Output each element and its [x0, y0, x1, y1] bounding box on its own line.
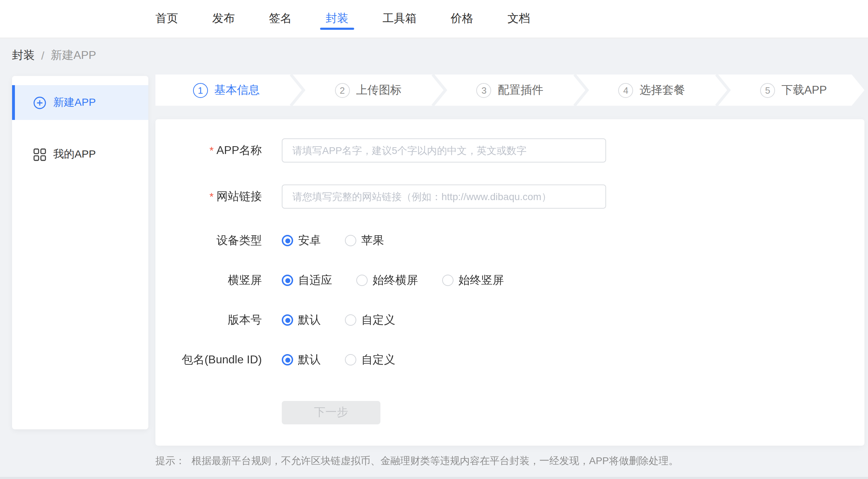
radio-option-始终竖屏[interactable]: 始终竖屏 [442, 273, 504, 288]
field-label-text: 设备类型 [216, 234, 262, 246]
radio-selected-icon [282, 354, 293, 365]
form-row-设备类型: 设备类型安卓苹果 [155, 233, 864, 248]
step-number-badge: 5 [760, 83, 775, 98]
form-row-网站链接: *网站链接 [155, 185, 864, 209]
nav-item-发布[interactable]: 发布 [212, 0, 235, 38]
field-content [282, 185, 606, 209]
form-row-APP名称: *APP名称 [155, 138, 864, 163]
field-label: *网站链接 [155, 189, 262, 204]
page: 首页发布签名封装工具箱价格文档 封装 / 新建APP 新建APP我的APP 1基… [0, 0, 868, 479]
radio-unselected-icon [345, 235, 356, 246]
radio-option-自定义[interactable]: 自定义 [345, 313, 395, 327]
radio-option-始终横屏[interactable]: 始终横屏 [356, 273, 418, 288]
tip-text: 根据最新平台规则，不允许区块链虚拟币、金融理财类等违规内容在平台封装，一经发现，… [192, 455, 679, 466]
radio-unselected-icon [345, 354, 356, 365]
form-row-版本号: 版本号默认自定义 [155, 312, 864, 328]
field-label-text: 横竖屏 [228, 274, 262, 286]
step-1: 1基本信息 [155, 75, 297, 106]
sidebar-item-新建APP[interactable]: 新建APP [12, 85, 148, 120]
sidebar: 新建APP我的APP [12, 76, 148, 429]
field-label: 包名(Bundle ID) [155, 352, 262, 367]
field-content: 安卓苹果 [282, 233, 384, 248]
radio-option-苹果[interactable]: 苹果 [345, 233, 384, 248]
radio-selected-icon [282, 235, 293, 246]
radio-selected-icon [282, 314, 293, 326]
radio-unselected-icon [356, 275, 368, 286]
form-row-包名(Bundle ID): 包名(Bundle ID)默认自定义 [155, 352, 864, 368]
field-label: *APP名称 [155, 143, 262, 158]
radio-option-label: 自适应 [298, 273, 332, 288]
step-5: 5下载APP [723, 75, 864, 106]
field-label-text: 网站链接 [216, 190, 262, 202]
nav-item-首页[interactable]: 首页 [155, 0, 178, 38]
radio-option-安卓[interactable]: 安卓 [282, 233, 321, 248]
top-header: 首页发布签名封装工具箱价格文档 [0, 0, 868, 38]
main-nav: 首页发布签名封装工具箱价格文档 [155, 0, 530, 38]
radio-unselected-icon [345, 314, 356, 326]
step-label: 上传图标 [356, 83, 401, 98]
required-asterisk-icon: * [209, 144, 214, 156]
field-label: 横竖屏 [155, 273, 262, 288]
step-3: 3配置插件 [439, 75, 581, 106]
sidebar-item-label: 我的APP [53, 148, 96, 161]
radio-option-label: 默认 [298, 352, 321, 367]
input-网站链接[interactable] [282, 185, 606, 209]
radio-option-label: 始终横屏 [373, 273, 418, 288]
nav-item-签名[interactable]: 签名 [269, 0, 292, 38]
step-label: 选择套餐 [640, 83, 685, 98]
radio-option-label: 安卓 [298, 233, 321, 248]
radio-option-默认[interactable]: 默认 [282, 352, 321, 367]
radio-unselected-icon [442, 275, 454, 286]
radio-option-label: 苹果 [361, 233, 384, 248]
sidebar-item-我的APP[interactable]: 我的APP [12, 137, 148, 172]
nav-item-价格[interactable]: 价格 [451, 0, 473, 38]
radio-option-默认[interactable]: 默认 [282, 313, 321, 327]
field-content: 默认自定义 [282, 352, 395, 367]
steps: 1基本信息2上传图标3配置插件4选择套餐5下载APP [155, 75, 864, 106]
step-number-badge: 3 [477, 83, 491, 98]
input-APP名称[interactable] [282, 138, 606, 163]
radio-group-版本号: 默认自定义 [282, 313, 395, 327]
breadcrumb-separator: / [41, 49, 44, 62]
next-step-button[interactable]: 下一步 [282, 401, 380, 424]
radio-group-包名(Bundle ID): 默认自定义 [282, 352, 395, 367]
radio-option-自定义[interactable]: 自定义 [345, 352, 395, 367]
main-content: 1基本信息2上传图标3配置插件4选择套餐5下载APP *APP名称*网站链接设备… [155, 75, 864, 106]
form-row-横竖屏: 横竖屏自适应始终横屏始终竖屏 [155, 272, 864, 288]
plus-circle-icon [33, 96, 46, 109]
platform-rule-tip: 提示：根据最新平台规则，不允许区块链虚拟币、金融理财类等违规内容在平台封装，一经… [155, 455, 679, 468]
breadcrumb: 封装 / 新建APP [12, 48, 96, 63]
grid-icon [33, 148, 46, 161]
breadcrumb-current: 新建APP [51, 48, 96, 63]
step-label: 配置插件 [498, 83, 543, 98]
field-label-text: 版本号 [228, 313, 262, 325]
radio-group-设备类型: 安卓苹果 [282, 233, 384, 248]
step-4: 4选择套餐 [581, 75, 723, 106]
field-label: 版本号 [155, 313, 262, 327]
nav-item-文档[interactable]: 文档 [507, 0, 530, 38]
field-content [282, 138, 606, 163]
basic-info-form: *APP名称*网站链接设备类型安卓苹果横竖屏自适应始终横屏始终竖屏版本号默认自定… [155, 138, 864, 368]
tip-prefix: 提示： [155, 455, 185, 466]
step-label: 下载APP [781, 83, 827, 98]
step-wizard: 1基本信息2上传图标3配置插件4选择套餐5下载APP [155, 75, 864, 106]
breadcrumb-section[interactable]: 封装 [12, 48, 35, 63]
sidebar-item-label: 新建APP [53, 96, 96, 109]
radio-group-横竖屏: 自适应始终横屏始终竖屏 [282, 273, 504, 288]
field-label-text: APP名称 [216, 144, 262, 156]
radio-option-label: 自定义 [361, 352, 395, 367]
nav-item-封装[interactable]: 封装 [326, 0, 348, 38]
step-label: 基本信息 [214, 83, 260, 98]
step-number-badge: 4 [619, 83, 633, 98]
bottom-edge-strip [0, 477, 868, 479]
step-2: 2上传图标 [297, 75, 439, 106]
form-actions: 下一步 [155, 401, 864, 424]
nav-item-工具箱[interactable]: 工具箱 [383, 0, 417, 38]
step-number-badge: 1 [193, 83, 208, 98]
required-asterisk-icon: * [209, 190, 214, 202]
radio-option-自适应[interactable]: 自适应 [282, 273, 332, 288]
radio-selected-icon [282, 275, 293, 286]
radio-option-label: 自定义 [361, 313, 395, 327]
field-label: 设备类型 [155, 233, 262, 248]
field-content: 默认自定义 [282, 313, 395, 327]
